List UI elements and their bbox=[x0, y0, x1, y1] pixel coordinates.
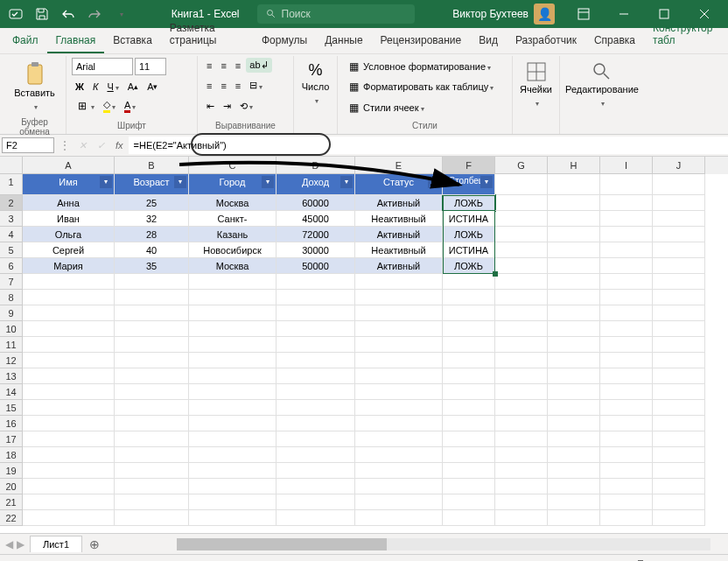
cell[interactable] bbox=[355, 494, 443, 510]
cell[interactable] bbox=[653, 305, 705, 321]
merge-button[interactable]: ⊟ bbox=[246, 78, 266, 93]
row-header-16[interactable]: 16 bbox=[0, 416, 23, 431]
row-header-1[interactable]: 1 bbox=[0, 174, 23, 195]
cell[interactable]: Город▾ bbox=[189, 174, 276, 195]
cell[interactable] bbox=[23, 384, 115, 400]
tab-formulas[interactable]: Формулы bbox=[253, 29, 316, 53]
cell[interactable]: Мария bbox=[23, 258, 115, 274]
cell[interactable] bbox=[189, 290, 276, 305]
cell[interactable] bbox=[653, 447, 705, 463]
cell[interactable] bbox=[600, 174, 653, 195]
search-box[interactable]: Поиск bbox=[257, 4, 415, 24]
cell[interactable] bbox=[600, 227, 653, 242]
cell[interactable] bbox=[495, 353, 548, 368]
tab-file[interactable]: Файл bbox=[4, 29, 47, 53]
tab-review[interactable]: Рецензирование bbox=[372, 29, 471, 53]
fill-handle[interactable] bbox=[493, 271, 498, 277]
cell[interactable]: Столбец1▾ bbox=[443, 174, 495, 195]
cell[interactable] bbox=[600, 479, 653, 494]
cell[interactable] bbox=[600, 384, 653, 400]
cell[interactable] bbox=[276, 353, 355, 368]
cell[interactable]: Казань bbox=[189, 227, 276, 242]
cell[interactable] bbox=[115, 463, 189, 479]
cell[interactable] bbox=[600, 416, 653, 431]
add-sheet-button[interactable]: ⊕ bbox=[82, 537, 107, 551]
cell[interactable] bbox=[495, 400, 548, 416]
cell[interactable]: Санкт- bbox=[189, 211, 276, 227]
cell[interactable]: 72000 bbox=[276, 227, 355, 242]
cell[interactable] bbox=[653, 195, 705, 211]
cell[interactable] bbox=[548, 305, 600, 321]
cell[interactable] bbox=[355, 337, 443, 353]
font-name-select[interactable] bbox=[72, 58, 133, 75]
col-header-B[interactable]: B bbox=[115, 157, 189, 174]
cell[interactable] bbox=[548, 227, 600, 242]
cell[interactable] bbox=[548, 400, 600, 416]
cell[interactable] bbox=[548, 479, 600, 494]
cell[interactable] bbox=[600, 337, 653, 353]
cell[interactable] bbox=[443, 368, 495, 384]
cell[interactable] bbox=[276, 384, 355, 400]
cell[interactable] bbox=[355, 479, 443, 494]
cell[interactable] bbox=[189, 321, 276, 337]
user-account[interactable]: Виктор Бухтеев 👤 bbox=[452, 4, 555, 25]
cell[interactable] bbox=[276, 447, 355, 463]
cell[interactable]: Сергей bbox=[23, 242, 115, 258]
formula-input[interactable] bbox=[129, 137, 728, 154]
sheet-nav-prev-icon[interactable]: ◀ bbox=[5, 538, 13, 550]
cell[interactable] bbox=[653, 510, 705, 526]
row-header-10[interactable]: 10 bbox=[0, 321, 23, 337]
cell[interactable] bbox=[495, 174, 548, 195]
cell[interactable]: ИСТИНА bbox=[443, 242, 495, 258]
tab-page-layout[interactable]: Разметка страницы bbox=[161, 17, 253, 53]
cell[interactable] bbox=[355, 368, 443, 384]
cell[interactable] bbox=[443, 463, 495, 479]
cell[interactable] bbox=[600, 463, 653, 479]
number-format-button[interactable]: % Число bbox=[299, 58, 332, 109]
undo-icon[interactable] bbox=[56, 2, 80, 26]
cell[interactable] bbox=[355, 290, 443, 305]
row-header-17[interactable]: 17 bbox=[0, 431, 23, 447]
cell[interactable] bbox=[653, 479, 705, 494]
col-header-D[interactable]: D bbox=[276, 157, 355, 174]
cell[interactable] bbox=[115, 321, 189, 337]
cell[interactable] bbox=[23, 321, 115, 337]
cell[interactable]: Имя▾ bbox=[23, 174, 115, 195]
cell[interactable] bbox=[495, 227, 548, 242]
cell[interactable] bbox=[443, 447, 495, 463]
cell[interactable] bbox=[115, 416, 189, 431]
cell[interactable] bbox=[23, 479, 115, 494]
cell[interactable] bbox=[23, 337, 115, 353]
cell[interactable] bbox=[189, 400, 276, 416]
cell[interactable] bbox=[355, 463, 443, 479]
cell[interactable] bbox=[548, 447, 600, 463]
cell[interactable] bbox=[653, 242, 705, 258]
align-right-button[interactable]: ≡ bbox=[232, 79, 244, 93]
cell[interactable] bbox=[548, 274, 600, 290]
row-header-4[interactable]: 4 bbox=[0, 227, 23, 242]
cell[interactable] bbox=[495, 494, 548, 510]
cell[interactable] bbox=[23, 290, 115, 305]
cell[interactable] bbox=[276, 337, 355, 353]
cell[interactable] bbox=[653, 290, 705, 305]
col-header-G[interactable]: G bbox=[495, 157, 548, 174]
qat-more-icon[interactable] bbox=[108, 2, 133, 26]
cell[interactable] bbox=[443, 290, 495, 305]
fx-button[interactable]: fx bbox=[110, 140, 129, 151]
cell[interactable] bbox=[23, 305, 115, 321]
cell[interactable] bbox=[23, 353, 115, 368]
row-header-21[interactable]: 21 bbox=[0, 494, 23, 510]
cell[interactable] bbox=[653, 400, 705, 416]
cell[interactable] bbox=[548, 290, 600, 305]
cell[interactable] bbox=[548, 337, 600, 353]
spreadsheet-grid[interactable]: ABCDEFGHIJ 12345678910111213141516171819… bbox=[0, 157, 728, 533]
cell[interactable] bbox=[495, 211, 548, 227]
row-header-11[interactable]: 11 bbox=[0, 337, 23, 353]
cell[interactable] bbox=[115, 274, 189, 290]
cell[interactable] bbox=[115, 305, 189, 321]
cell[interactable]: Доход▾ bbox=[276, 174, 355, 195]
cell[interactable] bbox=[443, 305, 495, 321]
cell[interactable] bbox=[495, 305, 548, 321]
cell[interactable] bbox=[276, 305, 355, 321]
cell[interactable] bbox=[495, 479, 548, 494]
